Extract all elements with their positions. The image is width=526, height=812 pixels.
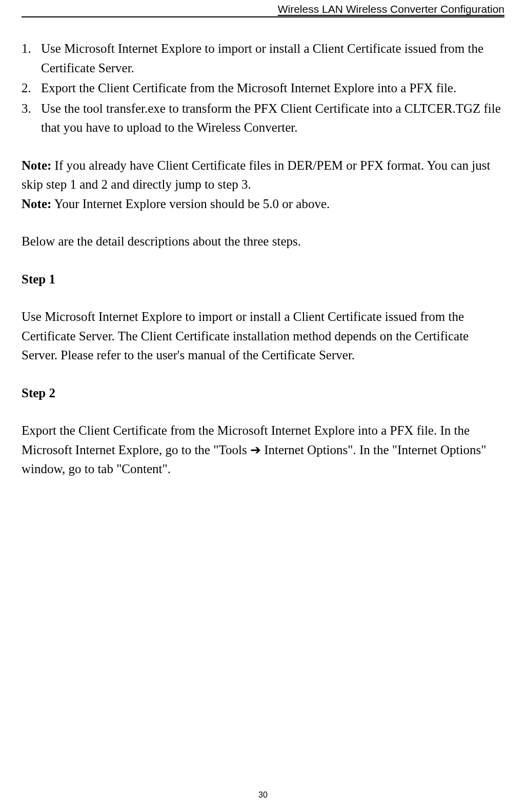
page-content: Use Microsoft Internet Explore to import… [22, 17, 504, 479]
note-label: Note: [22, 158, 51, 172]
note-paragraph-1: Note: If you already have Client Certifi… [22, 156, 504, 194]
step-1-heading: Step 1 [22, 270, 504, 289]
intro-text: Below are the detail descriptions about … [22, 234, 301, 248]
list-item-text: Use the tool transfer.exe to transform t… [41, 102, 501, 135]
page-number: 30 [0, 790, 526, 800]
arrow-icon: ➔ [250, 442, 261, 457]
list-item: Use the tool transfer.exe to transform t… [22, 99, 504, 137]
note-label: Note: [22, 197, 51, 211]
intro-paragraph: Below are the detail descriptions about … [22, 232, 504, 251]
header-title: Wireless LAN Wireless Converter Configur… [278, 3, 504, 15]
page-header: Wireless LAN Wireless Converter Configur… [22, 0, 504, 17]
step-1-text: Use Microsoft Internet Explore to import… [22, 307, 504, 365]
note-paragraph-2: Note: Your Internet Explore version shou… [22, 194, 504, 214]
list-item: Export the Client Certificate from the M… [22, 78, 504, 98]
step-2-heading: Step 2 [22, 383, 504, 403]
note-text: Your Internet Explore version should be … [51, 197, 330, 211]
list-item-text: Export the Client Certificate from the M… [41, 81, 456, 95]
list-item: Use Microsoft Internet Explore to import… [22, 39, 504, 77]
note-text: If you already have Client Certificate f… [22, 158, 490, 192]
step-2-text: Export the Client Certificate from the M… [22, 421, 504, 479]
numbered-list: Use Microsoft Internet Explore to import… [22, 39, 504, 137]
list-item-text: Use Microsoft Internet Explore to import… [41, 42, 483, 75]
